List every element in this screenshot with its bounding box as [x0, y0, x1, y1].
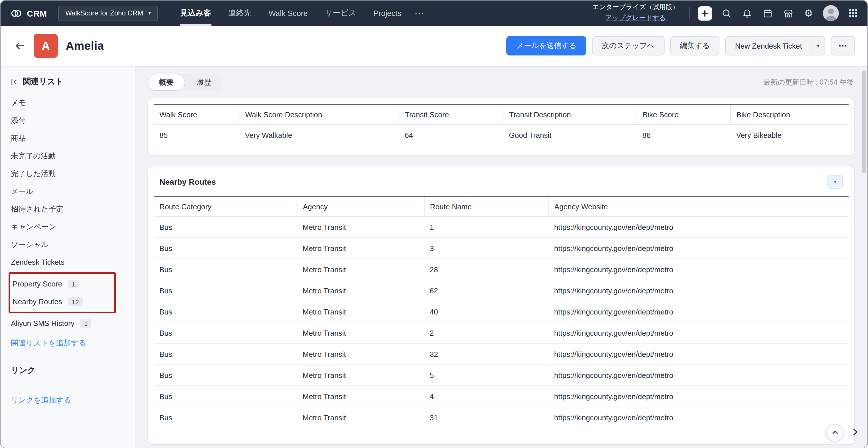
settings-gear-icon[interactable]: ⚙: [802, 7, 815, 20]
table-row[interactable]: BusMetro Transit5https://kingcounty.gov/…: [154, 364, 848, 386]
column-header-route-name: Route Name: [424, 197, 548, 216]
tab-overview[interactable]: 概要: [148, 74, 185, 91]
sidebar-item-open-activities[interactable]: 未完了の活動: [11, 147, 135, 165]
topnav-items: 見込み客連絡先Walk ScoreサービスProjects: [172, 1, 410, 26]
column-header-walk-score: Walk Score: [154, 104, 239, 124]
sidebar-item-label: 完了した活動: [11, 169, 56, 179]
table-row[interactable]: BusMetro Transit31https://kingcounty.gov…: [154, 407, 848, 428]
table-cell: Bus: [154, 344, 297, 364]
send-mail-button[interactable]: メールを送信する: [506, 36, 586, 56]
tab-timeline[interactable]: 履歴: [185, 74, 223, 91]
search-icon[interactable]: [720, 7, 733, 20]
column-header-bike-description: Bike Description: [731, 104, 849, 124]
table-cell: 62: [424, 280, 548, 301]
more-actions-button[interactable]: ⋯: [831, 36, 855, 56]
plan-label: エンタープライズ（試用版）: [592, 3, 679, 11]
sidebar-item-invited-meetings[interactable]: 招待された予定: [11, 200, 135, 218]
topnav-item-walk-score[interactable]: Walk Score: [269, 1, 308, 26]
sidebar-item-social[interactable]: ソーシャル: [11, 236, 135, 253]
table-cell: Metro Transit: [297, 386, 424, 407]
notifications-bell-icon[interactable]: [741, 7, 753, 20]
next-record-button[interactable]: [848, 425, 862, 439]
sidebar-title-row: 関連リスト: [11, 77, 135, 87]
column-header-agency-website: Agency Website: [548, 197, 848, 216]
quick-create-button[interactable]: [698, 6, 712, 20]
table-header-row: Walk ScoreWalk Score DescriptionTransit …: [154, 104, 848, 124]
table-header-row: Route CategoryAgencyRoute NameAgency Web…: [154, 197, 848, 216]
table-row[interactable]: BusMetro Transit40https://kingcounty.gov…: [154, 301, 848, 322]
table-row[interactable]: BusMetro Transit3https://kingcounty.gov/…: [154, 238, 848, 259]
user-avatar[interactable]: [823, 5, 839, 21]
sidebar-item-label: Nearby Routes: [12, 297, 62, 306]
collapse-panel-icon[interactable]: [11, 78, 18, 86]
record-actions: メールを送信する 次のステップへ 編集する New Zendesk Ticket…: [506, 36, 855, 56]
table-row[interactable]: BusMetro Transit2https://kingcounty.gov/…: [154, 322, 848, 344]
table-row[interactable]: 85Very Walkable64Good Transit86Very Bike…: [154, 124, 848, 146]
add-related-list-link[interactable]: 関連リストを追加する: [11, 338, 86, 348]
brand: CRM: [10, 1, 47, 26]
table-cell: 5: [424, 364, 548, 386]
marketplace-store-icon[interactable]: [782, 7, 794, 20]
sidebar-item-label: 招待された予定: [11, 204, 63, 214]
topnav-item-services[interactable]: サービス: [325, 1, 356, 26]
table-cell: https://kingcounty.gov/en/dept/metro: [548, 216, 848, 238]
table-cell: Very Bikeable: [731, 124, 849, 146]
topnav-item-leads[interactable]: 見込み客: [180, 1, 211, 26]
sidebar-item-property-score[interactable]: Property Score1: [12, 275, 114, 293]
table-cell: https://kingcounty.gov/en/dept/metro: [548, 280, 848, 301]
nearby-routes-options-button[interactable]: ▾: [828, 175, 843, 189]
sidebar-item-closed-activities[interactable]: 完了した活動: [11, 165, 135, 182]
table-cell: https://kingcounty.gov/en/dept/metro: [548, 322, 848, 344]
walk-score-table: Walk ScoreWalk Score DescriptionTransit …: [154, 104, 848, 146]
record-title: Amelia: [66, 39, 104, 52]
add-link-link[interactable]: リンクを追加する: [11, 395, 71, 406]
sidebar-item-attachments[interactable]: 添付: [11, 112, 135, 129]
next-step-button[interactable]: 次のステップへ: [592, 36, 664, 56]
table-cell: Metro Transit: [297, 344, 424, 364]
new-zendesk-ticket-button[interactable]: New Zendesk Ticket: [725, 36, 812, 56]
table-cell: Bus: [154, 407, 297, 428]
table-cell: Bus: [154, 301, 297, 322]
org-selector-dropdown[interactable]: WalkScore for Zoho CRM ▾: [59, 5, 158, 21]
sidebar-item-aliyun-sms-history[interactable]: Aliyun SMS History1: [11, 315, 135, 332]
apps-grid-icon[interactable]: [847, 7, 860, 20]
edit-button[interactable]: 編集する: [670, 36, 720, 56]
sidebar-item-emails[interactable]: メール: [11, 182, 135, 200]
annotation-highlight-box: Property Score1Nearby Routes12: [8, 272, 116, 313]
topnav-more-button[interactable]: ⋯: [412, 7, 427, 19]
sidebar-item-label: メール: [11, 186, 33, 197]
table-row[interactable]: BusMetro Transit32https://kingcounty.gov…: [154, 344, 848, 364]
zendesk-dropdown-button[interactable]: ▾: [812, 36, 825, 56]
app-window: CRM WalkScore for Zoho CRM ▾ 見込み客連絡先Walk…: [0, 0, 868, 448]
back-button[interactable]: [11, 37, 29, 55]
scroll-to-top-button[interactable]: [826, 424, 843, 441]
divider: [689, 7, 690, 20]
table-cell: Metro Transit: [297, 216, 424, 238]
table-row[interactable]: BusMetro Transit4https://kingcounty.gov/…: [154, 386, 848, 407]
column-header-bike-score: Bike Score: [637, 104, 730, 124]
sidebar-item-label: ソーシャル: [11, 239, 49, 249]
vertical-scrollbar[interactable]: [862, 70, 866, 173]
sidebar-item-products[interactable]: 商品: [11, 129, 135, 147]
upgrade-link[interactable]: アップグレードする: [606, 14, 666, 21]
table-cell: 28: [424, 259, 548, 280]
sidebar-item-label: 商品: [11, 133, 26, 143]
sidebar-item-notes[interactable]: メモ: [11, 94, 135, 112]
nearby-routes-card: Nearby Routes ▾ Route CategoryAgencyRout…: [148, 166, 855, 445]
zoho-crm-logo-icon: [10, 7, 22, 20]
table-cell: 3: [424, 238, 548, 259]
calendar-icon[interactable]: [761, 7, 774, 20]
table-cell: Metro Transit: [297, 259, 424, 280]
sidebar-item-campaigns[interactable]: キャンペーン: [11, 218, 135, 236]
table-row[interactable]: BusMetro Transit1https://kingcounty.gov/…: [154, 216, 848, 238]
sidebar-item-nearby-routes[interactable]: Nearby Routes12: [12, 293, 114, 310]
table-row[interactable]: BusMetro Transit28https://kingcounty.gov…: [154, 259, 848, 280]
related-list-title: 関連リスト: [23, 77, 63, 87]
table-cell: Good Transit: [503, 124, 637, 146]
table-row[interactable]: BusMetro Transit62https://kingcounty.gov…: [154, 280, 848, 301]
table-cell: https://kingcounty.gov/en/dept/metro: [548, 364, 848, 386]
table-cell: Metro Transit: [297, 407, 424, 428]
sidebar-item-zendesk-tickets[interactable]: Zendesk Tickets: [11, 253, 135, 271]
topnav-item-projects[interactable]: Projects: [373, 1, 401, 26]
topnav-item-contacts[interactable]: 連絡先: [228, 1, 251, 26]
